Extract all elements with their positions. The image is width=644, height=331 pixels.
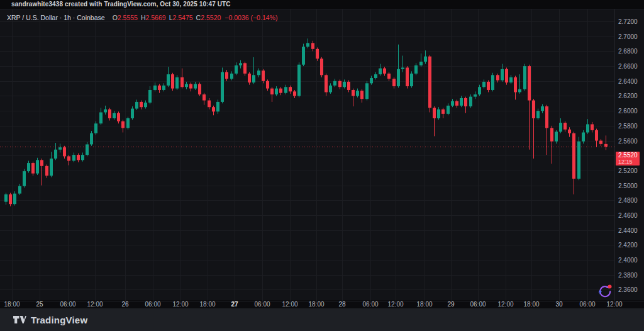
candle-body (36, 160, 39, 173)
candle-body (383, 69, 386, 74)
candle-body (54, 150, 57, 159)
candle (86, 142, 89, 157)
candle-body (487, 82, 490, 90)
candle-body (162, 86, 165, 90)
candle (13, 191, 16, 206)
candle-body (356, 91, 359, 96)
candle (104, 106, 107, 115)
candle-body (582, 132, 585, 141)
candle-body (352, 90, 355, 96)
candle-body (572, 133, 575, 179)
price-axis-label: 2.6600 (618, 63, 638, 70)
close-value: 2.5520 (201, 14, 221, 21)
candle (239, 60, 242, 69)
candle-body (501, 69, 504, 81)
candle (365, 81, 369, 101)
price-axis-label: 2.4600 (618, 212, 638, 219)
time-axis-label: 12:00 (606, 301, 622, 308)
candle (270, 87, 274, 102)
candle-body (414, 65, 418, 74)
candle (40, 159, 43, 186)
candle (58, 143, 62, 152)
candle-body (135, 102, 138, 109)
time-axis-label: 12:00 (282, 301, 297, 308)
price-axis-label: 2.3800 (618, 272, 638, 279)
tradingview-snapshot: sandrawhite3438 created with TradingView… (0, 0, 644, 331)
time-axis-label: 27 (231, 301, 238, 308)
candle (460, 96, 463, 107)
candle (275, 86, 278, 96)
candle (90, 131, 93, 146)
price-axis-label: 2.7000 (618, 33, 638, 40)
candle-body (239, 63, 242, 65)
candle (4, 193, 8, 205)
time-axis[interactable]: 18:002506:0012:002606:0012:0018:002706:0… (4, 301, 622, 308)
candle-body (505, 69, 508, 82)
candle-body (117, 113, 120, 121)
high-value: 2.5669 (146, 14, 166, 21)
candle (189, 82, 192, 91)
attribution-text: sandrawhite3438 created with TradingView… (11, 1, 231, 8)
time-axis-label: 12:00 (497, 301, 513, 308)
candle-body (433, 108, 436, 118)
candle (532, 99, 535, 159)
candle (469, 94, 472, 108)
candle (279, 87, 282, 95)
candle (505, 67, 508, 84)
candle-body (171, 74, 174, 89)
candle-body (469, 97, 472, 106)
candle (455, 99, 458, 108)
candle (352, 89, 355, 106)
symbol-title[interactable]: XRP / U.S. Dollar · 1h · Coinbase (7, 14, 105, 21)
candle (333, 79, 336, 87)
chart-pane[interactable]: 2.72002.70002.68002.66002.64002.62002.60… (0, 9, 644, 300)
candle (595, 129, 598, 147)
candle (401, 55, 404, 72)
candle-body (23, 171, 26, 186)
candle-body (329, 86, 332, 93)
candle (325, 74, 328, 96)
candle-body (406, 67, 409, 86)
tradingview-glyph-icon (13, 315, 26, 325)
time-axis-label: 06:00 (254, 301, 270, 308)
candle-body (401, 67, 404, 69)
candle-body (410, 74, 413, 86)
price-axis-label: 2.4000 (618, 257, 638, 264)
time-axis-label: 12:00 (87, 301, 103, 308)
candle (262, 69, 265, 84)
candlestick-chart[interactable]: 2.72002.70002.68002.66002.64002.62002.60… (0, 9, 644, 309)
candle-body (4, 194, 8, 202)
refresh-icon[interactable] (596, 283, 613, 300)
candle (148, 86, 152, 104)
tradingview-logo[interactable]: TradingView (13, 315, 87, 325)
time-axis-label: 12:00 (172, 301, 188, 308)
candle-body (320, 59, 323, 75)
candle-body (180, 77, 184, 87)
candle-body (113, 113, 116, 118)
candle (126, 117, 130, 130)
change-value: −0.0036 (−0.14%) (225, 14, 277, 21)
candle-body (338, 81, 341, 87)
candle (72, 152, 75, 162)
candle-body (482, 82, 486, 87)
candle (437, 107, 440, 120)
candle (248, 72, 251, 85)
candle (198, 82, 201, 96)
candle-body (13, 194, 16, 205)
candle-body (126, 118, 130, 128)
candle (9, 193, 12, 206)
candle-body (208, 101, 211, 108)
candle-body (424, 57, 427, 62)
price-axis-label: 2.5600 (618, 138, 638, 145)
symbol-legend[interactable]: XRP / U.S. Dollar · 1h · CoinbaseO2.5555… (7, 14, 277, 21)
candle-body (419, 62, 423, 65)
candle-body (153, 86, 157, 90)
candle (243, 62, 247, 76)
candle (441, 108, 445, 118)
candle (221, 67, 224, 103)
candle (162, 83, 165, 91)
candle-body (270, 89, 274, 94)
candle-body (509, 77, 513, 82)
candle (568, 127, 571, 137)
candle (316, 47, 319, 60)
